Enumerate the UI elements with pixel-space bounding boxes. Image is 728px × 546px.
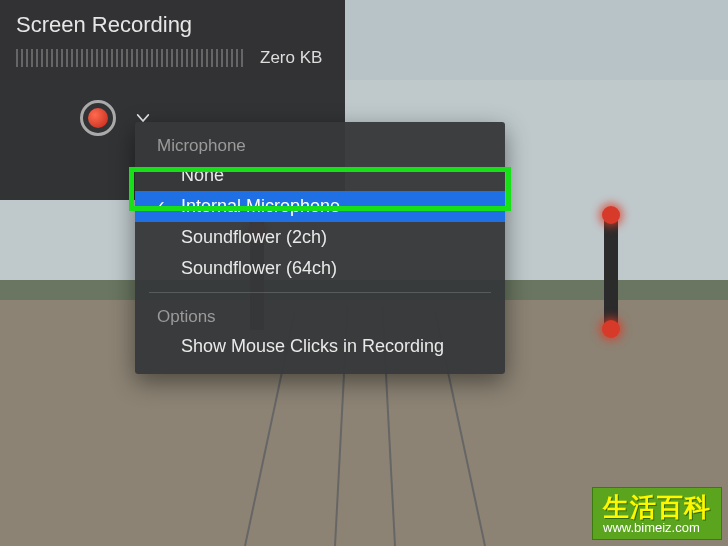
menu-item-label: Soundflower (2ch) <box>181 227 327 248</box>
menu-divider <box>149 292 491 293</box>
record-icon <box>88 108 108 128</box>
menu-item-label: None <box>181 165 224 186</box>
record-options-menu: Microphone None ✓ Internal Microphone So… <box>135 122 505 374</box>
menu-item-mic-soundflower-2ch[interactable]: Soundflower (2ch) <box>135 222 505 253</box>
watermark-brand: 生活百科 <box>603 494 711 521</box>
app-canvas: Screen Recording Zero KB Microphone None… <box>0 0 728 546</box>
audio-meter-row: Zero KB <box>0 44 345 78</box>
menu-item-label: Internal Microphone <box>181 196 340 217</box>
menu-item-mic-soundflower-64ch[interactable]: Soundflower (64ch) <box>135 253 505 284</box>
menu-item-mic-none[interactable]: None <box>135 160 505 191</box>
menu-item-mic-internal[interactable]: ✓ Internal Microphone <box>135 191 505 222</box>
record-button[interactable] <box>80 100 116 136</box>
menu-section-options: Options <box>135 301 505 331</box>
menu-section-microphone: Microphone <box>135 130 505 160</box>
watermark: 生活百科 www.bimeiz.com <box>592 487 722 540</box>
menu-item-label: Show Mouse Clicks in Recording <box>181 336 444 356</box>
watermark-url: www.bimeiz.com <box>603 521 711 535</box>
checkmark-icon: ✓ <box>153 197 166 216</box>
menu-item-show-mouse-clicks[interactable]: Show Mouse Clicks in Recording <box>135 331 505 362</box>
audio-level-meter <box>16 49 246 67</box>
recording-size-label: Zero KB <box>260 48 322 68</box>
panel-title: Screen Recording <box>0 0 345 44</box>
menu-item-label: Soundflower (64ch) <box>181 258 337 279</box>
